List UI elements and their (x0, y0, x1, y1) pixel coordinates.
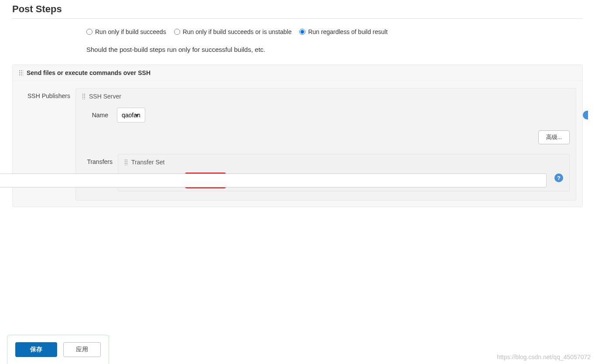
post-steps-radio-group: Run only if build succeeds Run only if b… (86, 28, 583, 35)
radio-opt3-text: Run regardless of build result (308, 28, 387, 35)
drag-handle-icon[interactable] (124, 159, 128, 165)
ssh-server-title: SSH Server (89, 93, 121, 100)
divider (12, 18, 583, 19)
radio-opt3[interactable] (299, 29, 305, 35)
drag-handle-icon[interactable] (82, 93, 85, 99)
radio-opt2-label[interactable]: Run only if build succeeds or is unstabl… (174, 28, 292, 35)
radio-opt1[interactable] (86, 29, 92, 35)
page-title: Post Steps (12, 3, 583, 15)
radio-opt1-text: Run only if build succeeds (95, 28, 166, 35)
radio-opt2[interactable] (174, 29, 180, 35)
radio-opt2-text: Run only if build succeeds or is unstabl… (183, 28, 292, 35)
radio-opt1-label[interactable]: Run only if build succeeds (86, 28, 166, 35)
ssh-advanced-button[interactable]: 高级... (538, 130, 570, 144)
ssh-section: Send files or execute commands over SSH … (12, 65, 583, 207)
ssh-section-title: Send files or execute commands over SSH (27, 69, 150, 76)
transfer-set-header: Transfer Set (118, 154, 569, 170)
radio-opt3-label[interactable]: Run regardless of build result (299, 28, 387, 35)
transfers-label: Transfers (76, 152, 118, 165)
transfer-set-title: Transfer Set (131, 159, 165, 166)
drag-handle-icon[interactable] (19, 70, 23, 76)
transfer-set-block: Transfer Set Source files 实际地址.打包方式 (118, 154, 570, 191)
source-files-full-input (0, 173, 547, 187)
name-label: Name (82, 112, 117, 119)
help-icon[interactable]: ? (554, 173, 563, 182)
ssh-publishers-label: SSH Publishers (19, 86, 75, 99)
ssh-server-name-select[interactable]: qaofan (117, 108, 145, 122)
ssh-server-header: SSH Server (76, 88, 576, 104)
post-steps-description: Should the post-build steps run only for… (86, 46, 583, 53)
ssh-section-header: Send files or execute commands over SSH (13, 65, 582, 81)
ssh-server-block: SSH Server Name qaofan (75, 88, 576, 201)
help-icon[interactable] (583, 111, 588, 119)
